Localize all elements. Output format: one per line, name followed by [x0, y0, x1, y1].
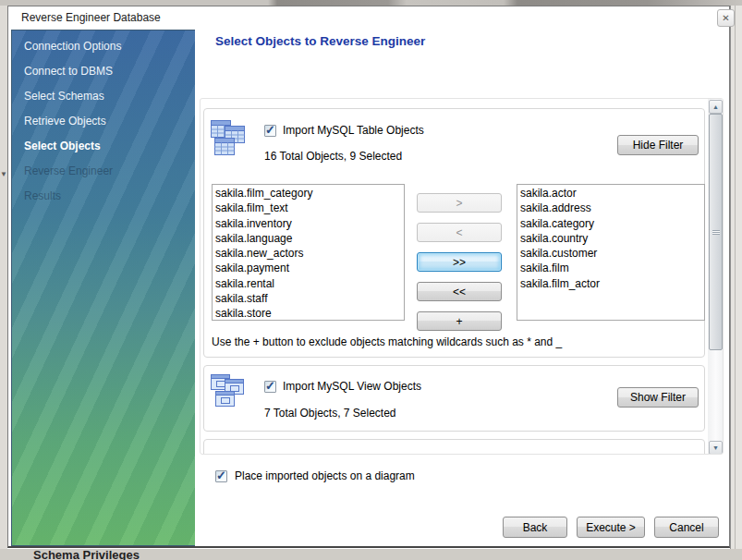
background-window-right-edge [730, 6, 742, 560]
footer-buttons: Back Execute > Cancel [503, 517, 719, 538]
place-on-diagram-label: Place imported objects on a diagram [235, 469, 415, 482]
scroll-up-icon: ▲ [712, 103, 719, 110]
close-button[interactable]: ✕ [717, 9, 735, 27]
table-objects-icon [210, 119, 247, 160]
list-item[interactable]: sakila.payment [215, 261, 404, 275]
list-item[interactable]: sakila.rental [215, 276, 404, 291]
scroll-area: ✓ Import MySQL Table Objects 16 Total Ob… [200, 98, 724, 455]
background-window-bottom-edge: Schema Privileges [0, 549, 742, 560]
titlebar[interactable]: Reverse Engineer Database ✕ [8, 6, 729, 30]
list-item[interactable]: sakila.inventory [215, 216, 404, 231]
transfer-buttons: > < >> << + [417, 193, 502, 331]
wizard-steps-sidebar: Connection Options Connect to DBMS Selec… [11, 30, 195, 546]
move-all-right-button[interactable]: >> [417, 252, 502, 272]
import-views-label: Import MySQL View Objects [283, 380, 421, 393]
execute-button[interactable]: Execute > [577, 517, 645, 538]
next-group-box-partial [203, 439, 705, 455]
sidebar-item-select-schemas[interactable]: Select Schemas [24, 90, 104, 106]
sidebar-item-connect-to-dbms[interactable]: Connect to DBMS [24, 65, 113, 81]
list-item[interactable]: sakila.country [520, 231, 704, 246]
sidebar-item-select-objects[interactable]: Select Objects [24, 140, 101, 156]
window-title: Reverse Engineer Database [21, 11, 161, 24]
tables-summary: 16 Total Objects, 9 Selected [264, 150, 402, 163]
sidebar-item-results[interactable]: Results [24, 189, 61, 206]
move-left-button[interactable]: < [417, 223, 502, 242]
import-tables-label: Import MySQL Table Objects [283, 124, 424, 137]
background-scroll-arrow-icon: ▼ [0, 170, 7, 178]
scroll-up-button[interactable]: ▲ [709, 100, 723, 114]
views-summary: 7 Total Objects, 7 Selected [264, 407, 396, 420]
check-icon: ✓ [216, 469, 226, 482]
views-group-box: ✓ Import MySQL View Objects 7 Total Obje… [203, 365, 705, 432]
list-item[interactable]: sakila.staff [215, 291, 404, 306]
available-objects-list[interactable]: sakila.film_category sakila.film_text sa… [212, 184, 405, 321]
view-objects-icon [210, 373, 247, 412]
list-item[interactable]: sakila.new_actors [215, 246, 404, 261]
import-views-row: ✓ Import MySQL View Objects [264, 380, 421, 393]
selected-objects-list[interactable]: sakila.actor sakila.address sakila.categ… [517, 184, 705, 321]
reverse-engineer-dialog: Reverse Engineer Database ✕ Connection O… [7, 6, 730, 548]
scrollbar-thumb[interactable] [709, 114, 723, 350]
import-tables-checkbox[interactable]: ✓ [264, 125, 276, 137]
list-item[interactable]: sakila.actor [520, 186, 704, 201]
tables-group-box: ✓ Import MySQL Table Objects 16 Total Ob… [203, 108, 705, 358]
check-icon: ✓ [265, 123, 275, 137]
page-title: Select Objects to Reverse Engineer [215, 34, 425, 48]
cancel-button[interactable]: Cancel [654, 517, 719, 538]
scroll-down-button[interactable]: ▼ [709, 441, 723, 455]
back-button[interactable]: Back [503, 517, 567, 538]
background-window-left-edge: ▼ [0, 6, 7, 560]
import-views-checkbox[interactable]: ✓ [264, 381, 276, 393]
list-item[interactable]: sakila.film_text [215, 201, 404, 215]
hide-filter-button[interactable]: Hide Filter [617, 135, 699, 155]
move-right-button[interactable]: > [417, 193, 502, 213]
list-item[interactable]: sakila.customer [520, 246, 704, 261]
place-on-diagram-checkbox[interactable]: ✓ [215, 470, 227, 482]
move-all-left-button[interactable]: << [417, 282, 502, 301]
screen: ▼ Schema Privileges Reverse Engineer Dat… [0, 0, 742, 560]
list-item[interactable]: sakila.film_category [215, 186, 404, 201]
add-exclusion-button[interactable]: + [417, 311, 502, 331]
sidebar-item-connection-options[interactable]: Connection Options [24, 40, 121, 56]
list-item[interactable]: sakila.language [215, 231, 404, 246]
scroll-down-icon: ▼ [712, 444, 719, 451]
import-tables-row: ✓ Import MySQL Table Objects [264, 124, 424, 137]
list-item[interactable]: sakila.address [520, 201, 704, 215]
place-on-diagram-row: ✓ Place imported objects on a diagram [215, 469, 415, 482]
check-icon: ✓ [265, 379, 275, 393]
wildcard-hint: Use the + button to exclude objects matc… [212, 335, 562, 348]
close-icon: ✕ [722, 13, 729, 23]
vertical-scrollbar[interactable]: ▲ ▼ [708, 99, 724, 455]
sidebar-item-reverse-engineer[interactable]: Reverse Engineer [24, 164, 113, 181]
scrollbar-grip-icon [712, 230, 720, 235]
list-item[interactable]: sakila.film_actor [520, 276, 704, 291]
list-item[interactable]: sakila.store [215, 306, 404, 321]
sidebar-item-retrieve-objects[interactable]: Retrieve Objects [24, 115, 106, 131]
background-partial-text: Schema Privileges [33, 549, 140, 560]
list-item[interactable]: sakila.category [520, 216, 704, 231]
show-filter-button[interactable]: Show Filter [617, 387, 699, 408]
list-item[interactable]: sakila.film [520, 261, 704, 275]
